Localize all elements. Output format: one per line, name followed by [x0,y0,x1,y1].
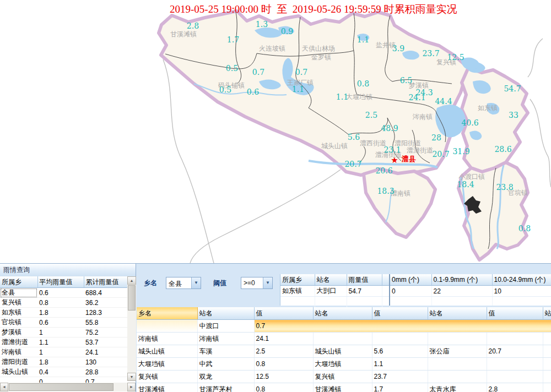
town-select[interactable]: 全县 ▼ [166,277,201,289]
column-header[interactable] [382,274,390,286]
map-rainfall-value: 0.7 [295,68,307,77]
map-rainfall-value: 1.1 [357,35,369,44]
scroll-down-button[interactable]: ▼ [127,373,136,381]
table-row[interactable] [280,297,390,308]
hscroll-thumb[interactable] [9,383,114,391]
table-cell: 中渡口 [197,320,254,333]
threshold-select[interactable]: >=0 ▼ [241,277,273,289]
table-cell [543,320,551,333]
table-cell: 54.7 [347,286,382,297]
table-cell: 0.6 [37,288,84,298]
town-select-label: 乡名 [144,279,157,288]
table-cell: 澧澹街道 [0,337,37,347]
table-cell: 0.7 [254,320,313,333]
table-cell: 20.7 [487,345,543,358]
column-header[interactable]: 10.0-24.9mm (个) [492,274,551,286]
table-row[interactable]: 城头山镇0.428.8 [0,367,127,377]
map-rainfall-value: 5.6 [348,133,360,141]
column-header[interactable]: 值 [254,307,313,320]
table-cell: 太青水库 [428,383,487,392]
table-row[interactable]: 澧澹街道1.153.7 [0,337,127,347]
column-header[interactable]: 所属乡 [0,276,37,288]
map-rainfall-value: 0.8 [518,224,531,233]
rain-query-panel: 雨情查询 所属乡平均雨量值累计雨量值全县0.6688.4复兴镇0.836.2如东… [0,263,551,392]
map-rainfall-value: 23.1 [383,145,401,154]
table-row[interactable]: 02210 [390,286,551,297]
table-row[interactable]: 复兴镇双龙12.5复兴镇23.7 [137,371,551,383]
table-row[interactable]: 全县0.6688.4 [0,288,127,298]
table-row[interactable]: 大堰垱镇中武0.8大堰垱镇1.1 [137,358,551,371]
column-header[interactable]: 0mm (个) [390,274,431,286]
map-rainfall-value: 31.9 [452,147,469,156]
column-header[interactable]: 累计雨量值 [84,276,127,288]
column-header[interactable]: 站名 [315,274,347,286]
map-town-label: 澧西街道 [360,139,386,148]
table-cell: 1.1 [372,358,428,371]
chevron-down-icon[interactable]: ▼ [191,277,201,288]
map-rainfall-value: 0.5 [226,64,238,73]
scroll-right-button[interactable]: ► [127,383,136,391]
table-cell: 官垸镇 [0,318,37,328]
map-town-label: 甘溪滩镇 [170,30,197,39]
table-cell: 复兴镇 [0,298,37,308]
map-rainfall-value: 18.3 [377,187,394,195]
table-cell: 130 [84,357,127,367]
table-row[interactable]: 复兴镇0.836.2 [0,298,127,308]
chevron-down-icon[interactable]: ▼ [263,277,272,288]
column-header[interactable]: 平均雨量值 [37,276,84,288]
table-row[interactable]: 梦溪镇175.2 [0,328,127,337]
table-row[interactable]: 中渡口0.7 [137,320,551,333]
rain-statistics-panel: 0mm (个)0.1-9.9mm (个)10.0-24.9mm (个)02210 [389,274,551,306]
scroll-left-button[interactable]: ◄ [0,383,8,391]
column-header[interactable]: 值 [372,307,428,320]
vscroll-thumb[interactable] [128,285,136,311]
table-cell: 128.3 [84,308,127,318]
table-cell [492,297,551,306]
map-town-label: 天供山林场 [302,44,335,53]
table-cell: 53.7 [84,337,127,347]
table-cell [428,358,487,371]
table-cell: 涔南镇 [137,333,197,345]
column-header[interactable]: 所属乡 [280,274,315,286]
column-header[interactable]: 站名 [313,307,372,320]
table-cell: 如东镇 [280,286,315,297]
map-rainfall-value: 33 [509,111,518,119]
map-rainfall-value: 1.1 [292,85,304,94]
map-rainfall-value: 2.8 [187,21,199,30]
table-row[interactable]: 官垸镇0.655.8 [0,318,127,328]
summary-hscrollbar[interactable]: ◄ ► [0,383,136,391]
column-header[interactable]: 雨量值 [347,274,382,286]
summary-vscrollbar[interactable]: ▲ ▼ [127,276,136,381]
table-row[interactable]: 涔南镇涔南镇24.1 [137,333,551,345]
column-header[interactable]: 站 [543,307,551,320]
map-town-label: 金罗镇 [311,53,331,62]
table-cell: 澧阳街道 [0,357,37,367]
column-header[interactable]: 乡名 [137,307,197,320]
scroll-up-button[interactable]: ▲ [127,276,136,285]
table-cell: 1 [37,347,84,357]
map-rainfall-value: 0.7 [252,68,264,77]
column-header[interactable]: 0.1-9.9mm (个) [431,274,492,286]
column-header[interactable]: 值 [487,307,543,320]
table-cell: 36.2 [84,298,127,308]
table-row[interactable]: 如东镇1.8128.3 [0,308,127,318]
table-cell [543,358,551,371]
map-rainfall-value: 23.7 [422,49,439,58]
table-row[interactable]: 城头山镇车溪2.5城头山镇5.6张公庙20.7 [137,345,551,358]
map-town-label: 澧澹街道 [407,146,433,155]
table-cell: 55.8 [84,318,127,328]
table-row[interactable] [390,297,551,306]
table-row[interactable]: 涔南镇124.1 [0,347,127,357]
table-cell: 城头山镇 [137,345,197,358]
table-cell: 大堰垱镇 [137,358,197,371]
column-header[interactable]: 站名 [428,307,487,320]
station-result-table: 所属乡站名雨量值如东镇大剅口54.7 [280,274,390,308]
table-row[interactable]: 如东镇大剅口54.7 [280,286,390,297]
table-row[interactable]: 甘溪滩镇甘溪芦茅村0.8甘溪滩镇1.7太青水库2.8 [137,383,551,392]
table-row[interactable]: 澧阳街道1.8130 [0,357,127,367]
map-rainfall-value: 12.5 [447,53,464,62]
column-header[interactable]: 站名 [197,307,254,320]
county-seat-label: 澧县 [402,154,416,164]
map-rainfall-value: 28 [431,133,441,142]
map-rainfall-value: 20.6 [375,166,392,175]
